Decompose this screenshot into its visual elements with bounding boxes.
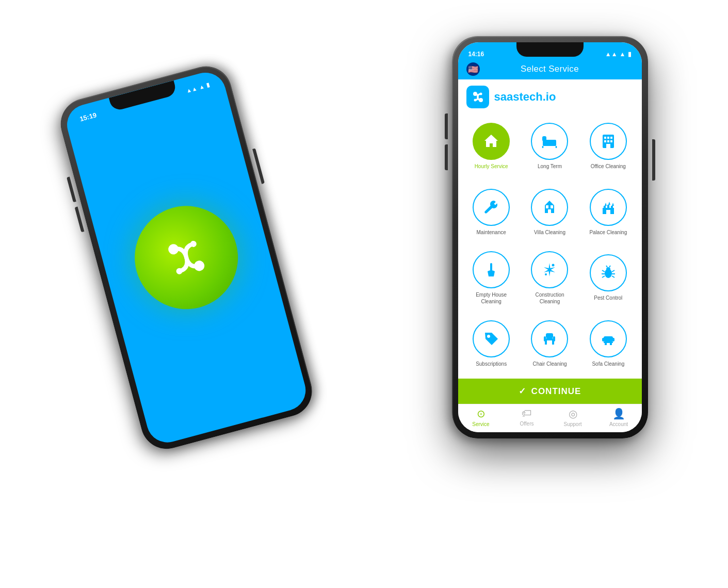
language-flag[interactable]: 🇺🇸 [466, 62, 480, 76]
hourly-label: Hourly Service [475, 163, 508, 170]
chair-circle [531, 320, 568, 357]
brand-logo-box [466, 86, 489, 108]
svg-rect-50 [604, 336, 613, 341]
svg-rect-55 [610, 343, 612, 345]
brand-name-text: saastech.io [494, 90, 556, 103]
service-subscriptions[interactable]: Subscriptions [464, 313, 519, 375]
svg-line-37 [602, 276, 605, 277]
wrench-icon [482, 199, 500, 216]
service-pest[interactable]: Pest Control [581, 247, 635, 309]
svg-point-34 [606, 267, 610, 271]
bed-icon [541, 133, 558, 150]
pest-circle [590, 254, 627, 291]
svg-line-40 [612, 276, 614, 277]
splash-phone: 15:19 ▲▲ ▲ ▮ [55, 60, 318, 454]
svg-rect-49 [553, 336, 555, 341]
service-phone: 14:16 ▲▲ ▲ ▮ 🇺🇸 Select Service [452, 36, 648, 438]
svg-rect-23 [604, 206, 606, 209]
logo-area: saastech.io [458, 79, 642, 111]
service-sofa[interactable]: Sofa Cleaning [581, 313, 635, 375]
sparkle-icon [541, 261, 558, 279]
continue-check: ✓ [519, 386, 526, 397]
office-circle [590, 123, 627, 160]
construction-circle [531, 251, 568, 288]
longterm-label: Long Term [538, 163, 562, 170]
sofa-circle [590, 320, 627, 357]
splash-logo-circle [123, 194, 249, 321]
svg-rect-9 [543, 137, 546, 141]
home-icon [482, 133, 500, 150]
splash-s-icon [154, 226, 217, 289]
service-maintenance[interactable]: Maintenance [464, 182, 519, 243]
nav-offers[interactable]: 🏷 Offers [504, 407, 550, 427]
nav-support[interactable]: ◎ Support [550, 407, 596, 427]
hourly-circle [473, 123, 510, 160]
continue-button[interactable]: ✓ CONTINUE [458, 379, 642, 404]
longterm-circle [531, 123, 568, 160]
villa-circle [531, 189, 568, 226]
service-hourly[interactable]: Hourly Service [464, 116, 519, 177]
service-palace[interactable]: Palace Cleaning [581, 182, 635, 243]
svg-rect-13 [604, 137, 606, 139]
svg-rect-17 [607, 140, 609, 142]
service-construction[interactable]: Construction Cleaning [523, 247, 577, 309]
svg-marker-27 [608, 202, 610, 205]
service-villa[interactable]: Villa Cleaning [523, 182, 577, 243]
office-label: Office Cleaning [591, 163, 626, 170]
brand-s-icon [471, 90, 485, 104]
service-longterm[interactable]: Long Term [523, 116, 577, 177]
svg-point-43 [487, 335, 490, 338]
vol-up-btn-back [67, 177, 76, 203]
pest-label: Pest Control [594, 295, 622, 301]
vol-down-btn-front [445, 144, 448, 170]
palace-label: Palace Cleaning [589, 229, 627, 236]
service-empty[interactable]: Empty House Cleaning [464, 247, 519, 309]
brand-name: saastech.io [494, 90, 556, 104]
notch-front [516, 42, 584, 57]
power-btn-front [652, 139, 655, 181]
svg-rect-51 [602, 338, 605, 341]
svg-marker-28 [612, 203, 614, 206]
broom-icon [482, 261, 500, 279]
svg-point-32 [545, 273, 547, 275]
svg-rect-45 [545, 338, 554, 340]
power-btn-back [252, 148, 265, 184]
empty-label: Empty House Cleaning [471, 291, 512, 305]
services-grid: Hourly Service Long Term [458, 111, 642, 379]
sofa-icon [600, 330, 617, 348]
notch-back [108, 80, 177, 112]
palace-circle [590, 189, 627, 226]
maintenance-label: Maintenance [477, 229, 506, 236]
empty-circle [473, 251, 510, 288]
nav-account[interactable]: 👤 Account [596, 407, 642, 427]
svg-line-35 [602, 270, 605, 272]
bars-icon: ▲▲ [605, 51, 618, 58]
service-nav-icon: ⊙ [477, 407, 486, 420]
wifi-icon: ▲ [620, 51, 626, 58]
villa-icon [541, 199, 558, 216]
tag-icon [482, 330, 500, 348]
continue-label: CONTINUE [531, 386, 581, 397]
bug-icon [600, 264, 617, 282]
palace-icon [600, 199, 617, 216]
offers-nav-label: Offers [520, 421, 533, 427]
svg-point-31 [552, 264, 555, 266]
offers-nav-icon: 🏷 [522, 407, 532, 419]
time-back: 15:19 [78, 111, 97, 123]
villa-label: Villa Cleaning [534, 229, 565, 236]
battery-icon: ▮ [628, 51, 632, 58]
support-nav-label: Support [563, 421, 581, 427]
svg-rect-20 [546, 205, 548, 208]
construction-label: Construction Cleaning [529, 291, 570, 305]
signal-icons: ▲▲ ▲ ▮ [605, 51, 632, 58]
service-office[interactable]: Office Cleaning [581, 116, 635, 177]
vol-down-btn-back [74, 206, 84, 232]
nav-service[interactable]: ⊙ Service [458, 407, 504, 427]
header-title: Select Service [521, 64, 579, 74]
svg-rect-16 [604, 140, 606, 142]
support-nav-icon: ◎ [569, 407, 577, 420]
svg-rect-21 [551, 205, 553, 208]
service-chair[interactable]: Chair Cleaning [523, 313, 577, 375]
splash-logo-inner [142, 214, 230, 302]
service-nav-label: Service [472, 421, 489, 427]
